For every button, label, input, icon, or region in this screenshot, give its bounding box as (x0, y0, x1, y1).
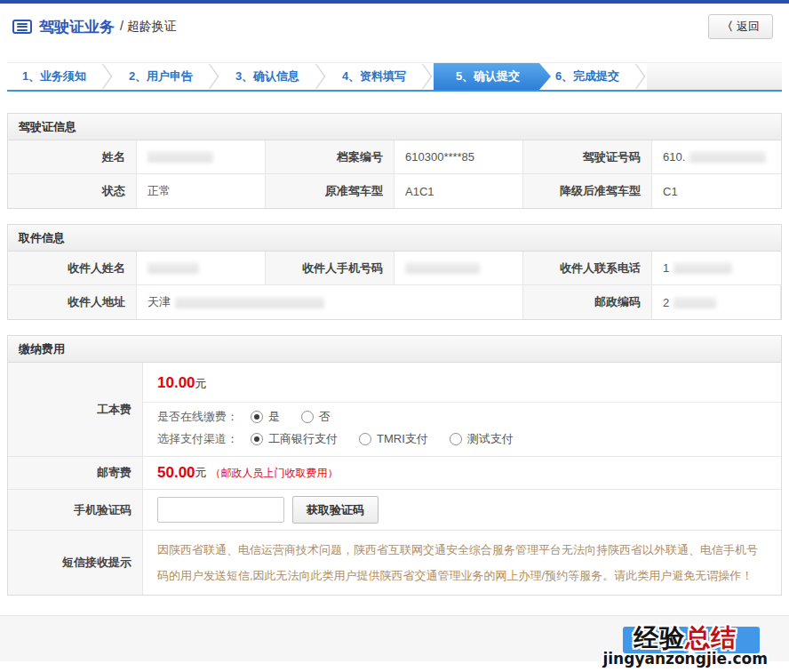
name-value (137, 140, 266, 174)
step-tab-2[interactable]: 2、用户申告 (114, 63, 208, 90)
downgraded-class-value: C1 (652, 174, 781, 208)
license-number-label: 驾驶证号码 (523, 140, 652, 174)
downgraded-class-label: 降级后准驾车型 (523, 174, 652, 208)
online-payment-question: 是否在线缴费： (157, 409, 238, 425)
back-chevron-icon: 〈 (721, 19, 733, 35)
postage-fee-cell: 50.00元 （邮政人员上门收取费用） (143, 457, 781, 490)
file-number-value: 610300****85 (394, 140, 523, 174)
license-info-section: 驾驶证信息 姓名 档案编号 610300****85 驾驶证号码 610. 状态… (7, 113, 782, 209)
recipient-address-value: 天津 (137, 285, 523, 319)
list-icon (12, 20, 32, 34)
file-number-label: 档案编号 (266, 140, 394, 174)
sms-code-cell: 获取验证码 (143, 490, 781, 531)
recipient-address-label: 收件人地址 (8, 285, 137, 319)
license-info-table: 姓名 档案编号 610300****85 驾驶证号码 610. 状态 正常 原准… (8, 140, 781, 208)
recipient-phone-value: 1 (652, 252, 781, 285)
pickup-info-table: 收件人姓名 收件人手机号码 收件人联系电话 1 收件人地址 天津 邮政编码 2 (8, 252, 781, 319)
name-label: 姓名 (8, 140, 137, 174)
production-fee-label: 工本费 (8, 363, 143, 457)
radio-channel-tmri-label: TMRI支付 (377, 431, 428, 447)
step-tab-3[interactable]: 3、确认信息 (220, 63, 315, 90)
sms-note-label: 短信接收提示 (8, 531, 143, 595)
pickup-section-title: 取件信息 (8, 225, 781, 252)
step-tab-5-active[interactable]: 5、确认提交 (434, 63, 551, 90)
payment-channel-question: 选择支付渠道： (157, 431, 238, 447)
sms-code-input[interactable] (157, 497, 284, 523)
recipient-mobile-label: 收件人手机号码 (266, 252, 394, 285)
postage-fee-amount: 50.00 (157, 464, 195, 482)
get-sms-code-button[interactable]: 获取验证码 (292, 496, 379, 524)
radio-pay-online-no-label: 否 (319, 409, 331, 425)
radio-pay-online-yes-label: 是 (268, 409, 280, 425)
step-tab-1[interactable]: 1、业务须知 (7, 63, 101, 90)
footer-second-button[interactable] (694, 627, 760, 653)
fees-section-title: 缴纳费用 (8, 336, 781, 363)
radio-pay-online-no[interactable] (301, 411, 314, 423)
postage-fee-unit: 元 (195, 465, 207, 481)
sms-note-text: 因陕西省联通、电信运营商技术问题，陕西省互联网交通安全综合服务管理平台无法向持陕… (143, 531, 781, 595)
production-fee-unit: 元 (195, 377, 207, 390)
postage-fee-note: （邮政人员上门收取费用） (211, 466, 339, 481)
production-fee-amount: 10.00 (157, 374, 195, 391)
radio-pay-online-yes[interactable] (251, 411, 263, 423)
pickup-info-section: 取件信息 收件人姓名 收件人手机号码 收件人联系电话 1 收件人地址 天津 邮政… (7, 224, 782, 320)
postage-fee-label: 邮寄费 (8, 457, 143, 490)
license-number-value: 610. (652, 140, 781, 174)
previous-step-button[interactable]: 上一步 (623, 627, 689, 653)
step-separator-icon (208, 63, 220, 90)
step-nav: 1、业务须知 2、用户申告 3、确认信息 4、资料填写 5、确认提交 6、完成提… (7, 62, 782, 92)
online-payment-row: 是否在线缴费： 是 否 (143, 403, 781, 428)
radio-channel-test-label: 测试支付 (467, 431, 514, 447)
step-tab-6[interactable]: 6、完成提交 (540, 63, 634, 90)
production-fee-cell: 10.00元 是否在线缴费： 是 否 选择支付渠道： 工商银行支付 TMRI支付… (143, 363, 781, 457)
radio-channel-tmri[interactable] (359, 433, 371, 445)
footer-bar: 上一步 (0, 615, 789, 661)
postal-code-label: 邮政编码 (523, 285, 652, 319)
fees-table: 工本费 10.00元 是否在线缴费： 是 否 选择支付渠道： 工商银行支付 TM… (8, 363, 781, 595)
step-nav-filler (647, 63, 782, 90)
breadcrumb-current: / 超龄换证 (120, 19, 177, 35)
page-header: 驾驶证业务 / 超龄换证 〈 返回 (0, 4, 789, 50)
postal-code-value: 2 (652, 285, 781, 319)
original-class-value: A1C1 (394, 174, 523, 208)
sms-code-label: 手机验证码 (8, 490, 143, 531)
status-label: 状态 (8, 174, 137, 208)
radio-channel-icbc-label: 工商银行支付 (268, 431, 338, 447)
recipient-name-label: 收件人姓名 (8, 252, 137, 285)
step-separator-icon (634, 63, 647, 90)
fees-section: 缴纳费用 工本费 10.00元 是否在线缴费： 是 否 选择支付渠道： 工商银行… (7, 335, 782, 596)
page-title: 驾驶证业务 (39, 17, 115, 37)
recipient-phone-label: 收件人联系电话 (523, 252, 652, 285)
back-button-label: 返回 (737, 19, 760, 35)
step-tab-4[interactable]: 4、资料填写 (327, 63, 421, 90)
step-separator-icon (315, 63, 327, 90)
status-value: 正常 (137, 174, 266, 208)
footer-buttons: 上一步 (623, 627, 760, 653)
recipient-mobile-value (394, 252, 523, 285)
original-class-label: 原准驾车型 (266, 174, 394, 208)
license-section-title: 驾驶证信息 (8, 114, 781, 140)
step-separator-icon (101, 63, 114, 90)
payment-channel-row: 选择支付渠道： 工商银行支付 TMRI支付 测试支付 (143, 428, 781, 456)
back-button[interactable]: 〈 返回 (708, 14, 773, 39)
recipient-name-value (137, 252, 266, 285)
radio-channel-icbc[interactable] (251, 433, 263, 445)
breadcrumb: 驾驶证业务 / 超龄换证 (12, 17, 177, 37)
radio-channel-test[interactable] (450, 433, 462, 445)
step-separator-icon (421, 63, 434, 90)
